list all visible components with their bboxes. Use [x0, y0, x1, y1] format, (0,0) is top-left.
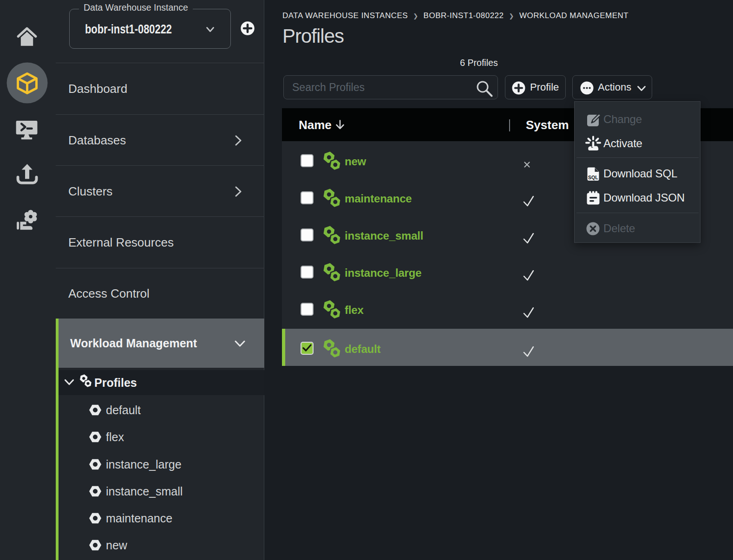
svg-text:SQL: SQL [588, 175, 598, 180]
